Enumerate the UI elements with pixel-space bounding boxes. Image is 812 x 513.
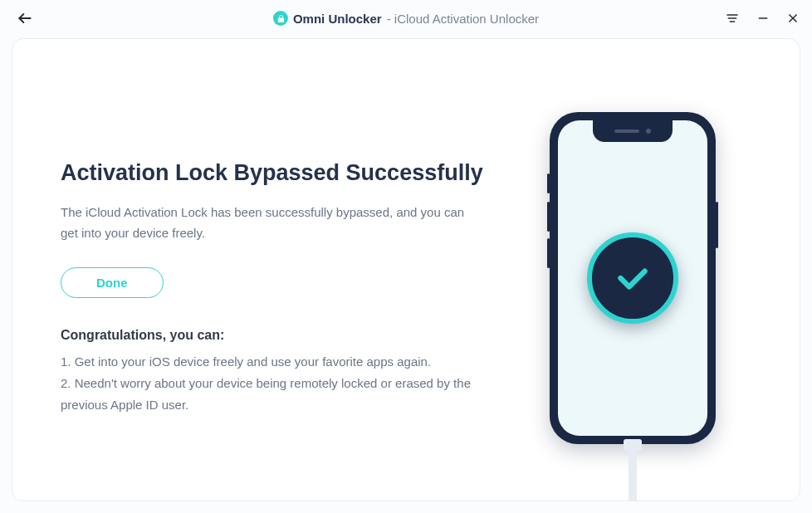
close-button[interactable] <box>787 12 799 24</box>
titlebar: Omni Unlocker - iCloud Activation Unlock… <box>0 0 812 37</box>
app-logo-icon <box>273 11 288 26</box>
window-controls <box>726 12 799 25</box>
back-button[interactable] <box>13 7 37 30</box>
close-icon <box>787 12 799 24</box>
phone-speaker <box>614 129 639 133</box>
checkmark-icon <box>612 257 653 299</box>
usb-cable <box>629 444 637 501</box>
phone-mute-switch <box>547 173 550 193</box>
minimize-icon <box>757 12 769 24</box>
congratulations-item-1: 1. Get into your iOS device freely and u… <box>61 351 492 373</box>
app-subtitle-label: - iCloud Activation Unlocker <box>387 12 539 26</box>
success-check-circle <box>587 232 678 324</box>
app-name-label: Omni Unlocker <box>293 12 382 26</box>
menu-button[interactable] <box>726 12 739 25</box>
phone-screen <box>558 120 707 436</box>
phone-volume-down <box>547 238 550 268</box>
phone-notch <box>593 120 673 142</box>
app-title: Omni Unlocker - iCloud Activation Unlock… <box>273 11 539 26</box>
phone-camera <box>646 129 651 134</box>
page-title: Activation Lock Bypassed Successfully <box>61 160 501 186</box>
phone-illustration-area <box>501 86 765 501</box>
phone-body <box>550 112 716 444</box>
page-description: The iCloud Activation Lock has been succ… <box>61 203 484 244</box>
content-text-area: Activation Lock Bypassed Successfully Th… <box>61 86 501 501</box>
congratulations-title: Congratulations, you can: <box>61 328 501 343</box>
phone-illustration <box>541 112 724 501</box>
menu-icon <box>726 12 739 25</box>
done-button[interactable]: Done <box>61 267 164 298</box>
main-panel: Activation Lock Bypassed Successfully Th… <box>12 38 800 501</box>
congratulations-item-2: 2. Needn't worry about your device being… <box>61 373 492 417</box>
phone-volume-up <box>547 202 550 232</box>
back-arrow-icon <box>17 10 33 27</box>
phone-power-button <box>716 202 718 248</box>
minimize-button[interactable] <box>757 12 769 24</box>
